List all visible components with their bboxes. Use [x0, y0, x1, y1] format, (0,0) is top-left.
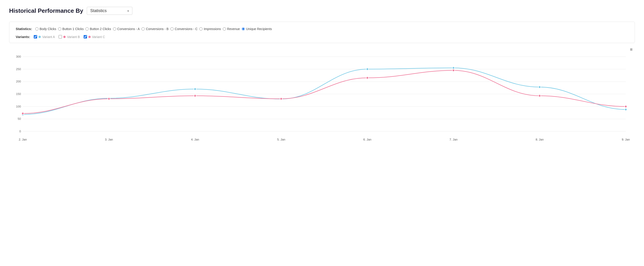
statistics-option-button1-clicks[interactable]: Button 1 Clicks — [58, 27, 84, 31]
svg-point-24 — [194, 88, 196, 90]
svg-text:9. Jan: 9. Jan — [622, 138, 630, 141]
svg-text:300: 300 — [16, 55, 21, 58]
variant-label: Variant C — [92, 35, 105, 39]
svg-text:4. Jan: 4. Jan — [191, 138, 199, 141]
statistics-option-label: Conversions - C — [175, 27, 198, 31]
variant-label: Variant B — [67, 35, 80, 39]
svg-text:200: 200 — [16, 80, 21, 83]
svg-point-26 — [366, 68, 368, 70]
variants-options: Variant AVariant BVariant C — [34, 35, 105, 39]
statistics-option-label: Revenue — [227, 27, 240, 31]
svg-point-30 — [22, 112, 24, 114]
svg-text:100: 100 — [16, 105, 21, 108]
svg-text:8. Jan: 8. Jan — [536, 138, 544, 141]
svg-point-27 — [452, 67, 455, 69]
dropdown-label: Statistics — [90, 8, 125, 13]
header-row: Historical Performance By Statistics ▾ — [9, 7, 635, 15]
statistics-option-revenue[interactable]: Revenue — [223, 27, 240, 31]
statistics-option-label: Unique Recipients — [246, 27, 272, 31]
svg-point-34 — [366, 77, 368, 79]
svg-text:50: 50 — [18, 117, 21, 120]
svg-point-37 — [625, 106, 627, 108]
page-title: Historical Performance By — [9, 7, 83, 14]
statistics-options: Body ClicksButton 1 ClicksButton 2 Click… — [35, 27, 273, 31]
statistics-option-conversions-c[interactable]: Conversions - C — [170, 27, 198, 31]
chevron-down-icon: ▾ — [127, 9, 129, 13]
svg-text:6. Jan: 6. Jan — [363, 138, 371, 141]
svg-point-32 — [194, 95, 196, 97]
variant-item-variant-a[interactable]: Variant A — [34, 35, 55, 39]
statistics-option-unique-recipients[interactable]: Unique Recipients — [242, 27, 272, 31]
statistics-label: Statistics: — [16, 27, 32, 31]
statistics-option-label: Button 2 Clicks — [90, 27, 111, 31]
variant-color-dot — [63, 36, 66, 38]
variant-color-dot — [88, 36, 91, 38]
svg-text:2. Jan: 2. Jan — [19, 138, 27, 141]
variant-item-variant-b[interactable]: Variant B — [58, 35, 80, 39]
statistics-option-label: Conversions - B — [146, 27, 168, 31]
statistics-dropdown[interactable]: Statistics ▾ — [87, 7, 132, 15]
statistics-option-label: Body Clicks — [40, 27, 56, 31]
svg-point-33 — [280, 98, 282, 100]
svg-text:150: 150 — [16, 92, 21, 96]
statistics-option-label: Button 1 Clicks — [62, 27, 84, 31]
statistics-option-label: Conversions - A — [117, 27, 140, 31]
svg-point-29 — [625, 108, 627, 111]
statistics-option-impressions[interactable]: Impressions — [199, 27, 221, 31]
controls-panel: Statistics: Body ClicksButton 1 ClicksBu… — [9, 22, 635, 43]
statistics-option-label: Impressions — [204, 27, 221, 31]
chart-svg: 0501001502002503002. Jan3. Jan4. Jan5. J… — [9, 47, 635, 143]
statistics-option-conversions-b[interactable]: Conversions - B — [142, 27, 168, 31]
svg-point-36 — [538, 95, 541, 97]
statistics-option-conversions-a[interactable]: Conversions - A — [113, 27, 140, 31]
variants-label: Variants: — [16, 35, 30, 39]
variant-color-dot — [38, 36, 41, 38]
svg-text:0: 0 — [19, 130, 21, 133]
chart-menu-icon[interactable]: ≡ — [630, 47, 632, 52]
statistics-row: Statistics: Body ClicksButton 1 ClicksBu… — [16, 27, 628, 31]
variant-item-variant-c[interactable]: Variant C — [84, 35, 105, 39]
svg-text:7. Jan: 7. Jan — [450, 138, 458, 141]
svg-text:3. Jan: 3. Jan — [105, 138, 113, 141]
variants-row: Variants: Variant AVariant BVariant C — [16, 35, 628, 39]
svg-point-31 — [108, 98, 110, 100]
svg-point-35 — [452, 69, 455, 72]
svg-point-28 — [538, 86, 541, 88]
variant-label: Variant A — [42, 35, 55, 39]
svg-text:250: 250 — [16, 68, 21, 71]
statistics-option-button2-clicks[interactable]: Button 2 Clicks — [86, 27, 111, 31]
svg-text:5. Jan: 5. Jan — [277, 138, 285, 141]
chart-container: ≡ 0501001502002503002. Jan3. Jan4. Jan5.… — [9, 47, 635, 143]
statistics-option-body-clicks[interactable]: Body Clicks — [35, 27, 56, 31]
